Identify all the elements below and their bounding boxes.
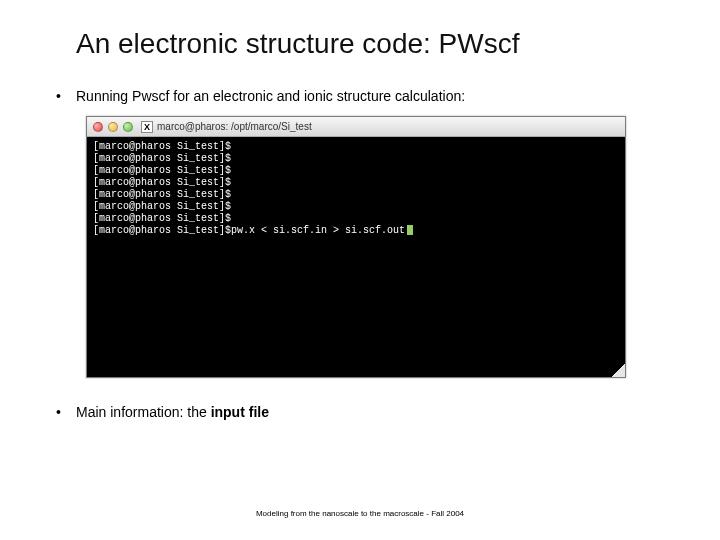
bullet-1: • Running Pwscf for an electronic and io… [56,88,664,104]
terminal-cursor-icon [407,225,413,235]
terminal-line: [marco@pharos Si_test]$ [93,165,619,177]
terminal-prompt: [marco@pharos Si_test]$ [93,165,231,177]
terminal-body[interactable]: [marco@pharos Si_test]$ [marco@pharos Si… [87,137,625,377]
x11-icon: X [141,121,153,133]
bullet-2-bold: input file [211,404,269,420]
resize-grip-icon[interactable] [611,363,625,377]
terminal-prompt: [marco@pharos Si_test]$ [93,177,231,189]
minimize-icon[interactable] [108,122,118,132]
terminal-prompt: [marco@pharos Si_test]$ [93,141,231,153]
slide-footer: Modeling from the nanoscale to the macro… [0,509,720,518]
terminal-prompt: [marco@pharos Si_test]$ [93,225,231,237]
terminal-titlebar: X marco@pharos: /opt/marco/Si_test [87,117,625,137]
terminal-line: [marco@pharos Si_test]$ [93,141,619,153]
terminal-prompt: [marco@pharos Si_test]$ [93,201,231,213]
terminal-window: X marco@pharos: /opt/marco/Si_test [marc… [86,116,626,378]
bullet-2-text: Main information: the input file [76,404,664,420]
terminal-cmd: pw.x < si.scf.in > si.scf.out [231,225,405,237]
bullet-dot-icon: • [56,88,76,104]
window-buttons [93,122,133,132]
bullet-dot-icon: • [56,404,76,420]
terminal-line: [marco@pharos Si_test]$ [93,213,619,225]
terminal-prompt: [marco@pharos Si_test]$ [93,153,231,165]
close-icon[interactable] [93,122,103,132]
bullet-2-prefix: Main information: the [76,404,211,420]
slide-title: An electronic structure code: PWscf [76,28,664,60]
terminal-screenshot: X marco@pharos: /opt/marco/Si_test [marc… [86,116,664,378]
terminal-title: marco@pharos: /opt/marco/Si_test [157,121,619,132]
terminal-prompt: [marco@pharos Si_test]$ [93,189,231,201]
terminal-line: [marco@pharos Si_test]$ [93,201,619,213]
bullet-2: • Main information: the input file [56,404,664,420]
terminal-line: [marco@pharos Si_test]$ [93,177,619,189]
terminal-prompt: [marco@pharos Si_test]$ [93,213,231,225]
bullet-1-text: Running Pwscf for an electronic and ioni… [76,88,664,104]
terminal-line: [marco@pharos Si_test]$ [93,153,619,165]
slide: An electronic structure code: PWscf • Ru… [0,0,720,540]
maximize-icon[interactable] [123,122,133,132]
terminal-line: [marco@pharos Si_test]$ [93,189,619,201]
terminal-line: [marco@pharos Si_test]$ pw.x < si.scf.in… [93,225,619,237]
